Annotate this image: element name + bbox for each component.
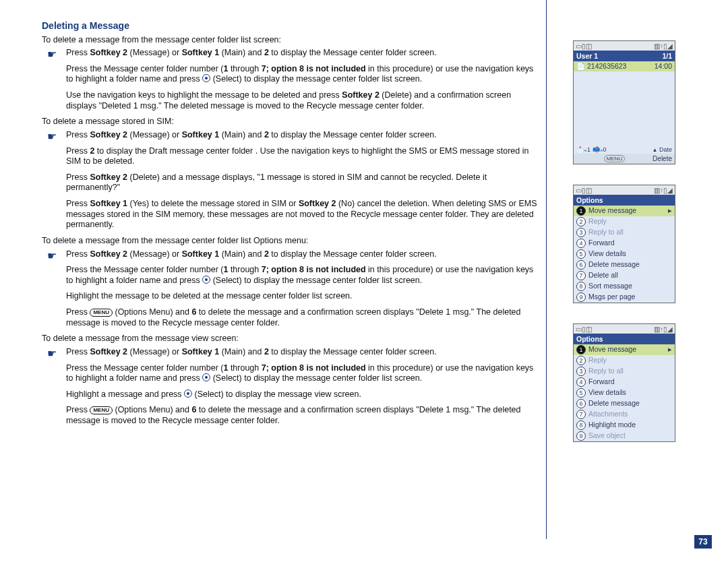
intro-3: To delete a message from the message cen… bbox=[42, 236, 541, 247]
select-icon bbox=[184, 389, 192, 398]
step-1b: Press the Message center folder number (… bbox=[66, 64, 541, 85]
phone1-info: 📩₌1 📫₌0 ▲ Date bbox=[574, 146, 675, 154]
phone1-menu-button: MENU bbox=[604, 155, 626, 162]
phone1-body: 📄 2142635623 14:00 📩₌1 📫₌0 ▲ Date bbox=[574, 61, 675, 154]
phone2-body: 1Move message▸2Reply3Reply to all4Forwar… bbox=[574, 206, 675, 303]
phone2-title: Options bbox=[574, 195, 675, 206]
phone1-row-1: 📄 2142635623 14:00 bbox=[574, 61, 675, 71]
step-4c: Highlight a message and press (Select) t… bbox=[66, 389, 541, 400]
step-2d: Press Softkey 1 (Yes) to delete the mess… bbox=[66, 199, 541, 230]
step-3a: Press Softkey 2 (Message) or Softkey 1 (… bbox=[66, 249, 541, 260]
step-2b: Press 2 to display the Draft message cen… bbox=[66, 146, 541, 167]
options-item: 2Reply bbox=[574, 355, 675, 366]
step-4a: Press Softkey 2 (Message) or Softkey 1 (… bbox=[66, 347, 541, 358]
step-2c: Press Softkey 2 (Delete) and a message d… bbox=[66, 173, 541, 193]
options-item: 6Delete message bbox=[574, 398, 675, 409]
phone1-title: User 1 1/1 bbox=[574, 51, 675, 61]
phone3-status-bar: ▭▯◫▥↑▯◢ bbox=[574, 324, 675, 334]
options-item: 6Delete message bbox=[574, 259, 675, 270]
options-item: 4Forward bbox=[574, 377, 675, 387]
options-item: 5View details bbox=[574, 387, 675, 398]
options-item: 8Sort message bbox=[574, 281, 675, 292]
phone-screen-2: ▭▯◫▥↑▯◢ Options 1Move message▸2Reply3Rep… bbox=[573, 185, 675, 303]
options-item: 4Forward bbox=[574, 238, 675, 249]
select-icon bbox=[202, 373, 210, 381]
page: Deleting a Message To delete a message f… bbox=[0, 0, 728, 562]
vertical-divider bbox=[546, 0, 547, 539]
select-icon bbox=[202, 276, 210, 284]
menu-icon: MENU bbox=[90, 309, 113, 317]
phone2-status-bar: ▭▯◫▥↑▯◢ bbox=[574, 185, 675, 195]
options-item: 7Attachments bbox=[574, 409, 675, 420]
options-item: 9Save object bbox=[574, 431, 675, 441]
step-1a: Press Softkey 2 (Message) or Softkey 1 (… bbox=[66, 48, 541, 59]
page-number: 73 bbox=[694, 535, 712, 549]
step-2a: Press Softkey 2 (Message) or Softkey 1 (… bbox=[66, 130, 541, 141]
phone1-softkeys: MENU Delete bbox=[574, 154, 675, 164]
phone3-body: 1Move message▸2Reply3Reply to all4Forwar… bbox=[574, 344, 675, 441]
phone-illustrations: ▭▯◫▥↑▯◢ User 1 1/1 📄 2142635623 14:00 📩₌… bbox=[573, 40, 681, 462]
phone-screen-3: ▭▯◫▥↑▯◢ Options 1Move message▸2Reply3Rep… bbox=[573, 323, 675, 442]
options-item: 9Msgs per page bbox=[574, 292, 675, 303]
step-3c: Highlight the message to be deleted at t… bbox=[66, 291, 541, 302]
intro-1: To delete a message from the message cen… bbox=[42, 35, 541, 46]
options-item: 3Reply to all bbox=[574, 227, 675, 238]
step-3d: Press MENU (Options Menu) and 6 to delet… bbox=[66, 307, 541, 328]
select-icon bbox=[202, 74, 210, 82]
step-4d: Press MENU (Options Menu) and 6 to delet… bbox=[66, 405, 541, 426]
intro-4: To delete a message from the message vie… bbox=[42, 334, 541, 344]
main-text: Deleting a Message To delete a message f… bbox=[42, 20, 541, 432]
options-item: 2Reply bbox=[574, 216, 675, 227]
section-heading: Deleting a Message bbox=[42, 20, 541, 32]
phone-screen-1: ▭▯◫▥↑▯◢ User 1 1/1 📄 2142635623 14:00 📩₌… bbox=[573, 40, 675, 164]
options-item: 1Move message▸ bbox=[574, 206, 675, 216]
step-3b: Press the Message center folder number (… bbox=[66, 265, 541, 286]
options-item: 3Reply to all bbox=[574, 366, 675, 377]
options-item: 5View details bbox=[574, 249, 675, 259]
phone3-title: Options bbox=[574, 334, 675, 344]
options-item: 8Highlight mode bbox=[574, 420, 675, 431]
intro-2: To delete a message stored in SIM: bbox=[42, 117, 541, 127]
phone1-status-bar: ▭▯◫▥↑▯◢ bbox=[574, 41, 675, 51]
step-4b: Press the Message center folder number (… bbox=[66, 363, 541, 384]
options-item: 7Delete all bbox=[574, 270, 675, 281]
step-1c: Use the navigation keys to highlight the… bbox=[66, 90, 541, 111]
options-item: 1Move message▸ bbox=[574, 344, 675, 355]
menu-icon: MENU bbox=[90, 406, 113, 414]
